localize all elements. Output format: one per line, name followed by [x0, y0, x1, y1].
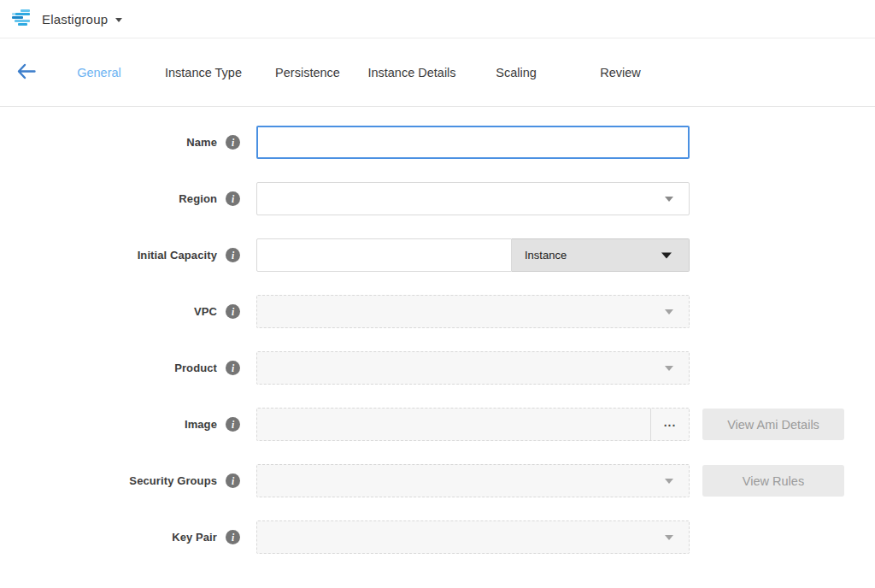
browse-ami-button: ...	[650, 409, 689, 440]
chevron-down-icon	[665, 366, 673, 371]
app-switcher[interactable]: Elastigroup	[12, 9, 122, 28]
chevron-down-icon	[665, 479, 673, 484]
info-icon[interactable]: i	[226, 135, 240, 150]
name-label: Name	[186, 136, 217, 149]
chevron-down-icon	[115, 18, 122, 22]
region-select[interactable]	[256, 182, 690, 215]
wizard-tabs: General Instance Type Persistence Instan…	[47, 66, 672, 79]
tab-persistence[interactable]: Persistence	[255, 66, 360, 79]
product-select	[256, 351, 690, 385]
tab-instance-type[interactable]: Instance Type	[151, 66, 255, 79]
app-name: Elastigroup	[42, 12, 108, 26]
info-icon[interactable]: i	[226, 361, 240, 375]
image-input	[257, 409, 650, 440]
region-label: Region	[179, 192, 217, 205]
elastigroup-logo-icon	[12, 9, 32, 28]
chevron-down-icon	[665, 197, 673, 202]
info-icon[interactable]: i	[226, 530, 240, 544]
wizard-tab-bar: General Instance Type Persistence Instan…	[0, 38, 875, 107]
image-input-group: ...	[256, 408, 690, 441]
security-groups-select	[256, 464, 690, 497]
product-row: Product i	[0, 351, 875, 385]
region-row: Region i	[0, 182, 875, 215]
key-pair-row: Key Pair i	[0, 520, 875, 554]
image-row: Image i ... View Ami Details	[0, 408, 875, 441]
capacity-unit-select[interactable]: Instance	[512, 238, 690, 272]
vpc-label: VPC	[194, 305, 217, 318]
product-label: Product	[174, 362, 217, 374]
info-icon[interactable]: i	[226, 473, 240, 488]
vpc-select	[256, 295, 690, 328]
info-icon[interactable]: i	[226, 191, 240, 206]
initial-capacity-label: Initial Capacity	[138, 249, 217, 262]
view-rules-button: View Rules	[702, 465, 844, 497]
key-pair-select	[256, 520, 690, 554]
chevron-down-icon	[665, 309, 673, 315]
info-icon[interactable]: i	[226, 304, 240, 319]
capacity-unit-value: Instance	[525, 249, 567, 262]
tab-scaling[interactable]: Scaling	[464, 66, 568, 79]
general-settings-form: Name i Region i Initial Capacity i	[0, 126, 875, 554]
chevron-down-icon	[665, 535, 673, 540]
info-icon[interactable]: i	[226, 417, 240, 432]
view-ami-details-button: View Ami Details	[702, 409, 844, 440]
info-icon[interactable]: i	[226, 248, 240, 262]
security-groups-row: Security Groups i View Rules	[0, 464, 875, 497]
tab-instance-details[interactable]: Instance Details	[360, 66, 464, 79]
back-arrow-icon	[16, 63, 36, 79]
tab-review[interactable]: Review	[568, 66, 672, 79]
key-pair-label: Key Pair	[172, 531, 217, 544]
top-bar: Elastigroup	[0, 0, 875, 38]
security-groups-label: Security Groups	[129, 474, 217, 487]
name-row: Name i	[0, 126, 875, 159]
back-arrow-button[interactable]	[16, 63, 36, 79]
tab-general[interactable]: General	[47, 66, 151, 79]
elastigroup-create-page: Elastigroup General Instance Type Persis…	[0, 0, 875, 588]
image-label: Image	[185, 418, 217, 431]
vpc-row: VPC i	[0, 295, 875, 328]
name-input[interactable]	[256, 126, 690, 159]
initial-capacity-input[interactable]	[256, 238, 512, 272]
chevron-down-icon	[661, 252, 672, 258]
initial-capacity-row: Initial Capacity i Instance	[0, 238, 875, 272]
